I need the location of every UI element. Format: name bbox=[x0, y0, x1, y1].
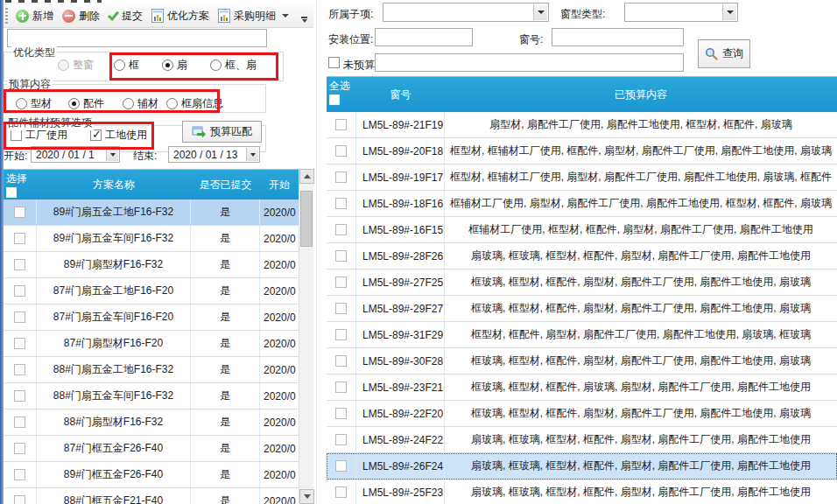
toolbar-overflow-button[interactable] bbox=[299, 11, 310, 28]
row-select-cell[interactable] bbox=[327, 348, 356, 374]
row-checkbox[interactable] bbox=[335, 434, 347, 445]
install-position-input[interactable] bbox=[375, 28, 473, 46]
radio-icon[interactable] bbox=[162, 60, 173, 71]
scheme-row[interactable]: 87#门扇五金车间F16-F20 是 2020/0 bbox=[4, 304, 299, 331]
row-select-cell[interactable] bbox=[4, 252, 37, 277]
budget-row[interactable]: LM5L-89#-26F24 扇玻璃, 框玻璃, 框型材, 框配件, 扇型材, … bbox=[327, 453, 837, 480]
row-checkbox[interactable] bbox=[14, 285, 25, 297]
scheme-row[interactable]: 89#门扇五金车间F16-F32 是 2020/0 bbox=[4, 226, 299, 252]
window-type-combobox[interactable] bbox=[624, 3, 738, 22]
row-checkbox[interactable] bbox=[335, 119, 347, 130]
row-select-cell[interactable] bbox=[4, 226, 37, 251]
combo-dropdown-button[interactable] bbox=[533, 4, 547, 20]
scheme-row[interactable]: 88#门扇五金工地F16-F32 是 2020/0 bbox=[4, 357, 299, 383]
scroll-down-button[interactable] bbox=[299, 489, 314, 504]
radio-icon[interactable] bbox=[166, 98, 178, 109]
row-checkbox[interactable] bbox=[335, 408, 347, 419]
radio-icon[interactable] bbox=[68, 98, 80, 109]
budget-content-radio[interactable]: 型材 bbox=[16, 97, 52, 110]
checkbox-icon[interactable] bbox=[90, 130, 102, 141]
row-select-cell[interactable] bbox=[327, 217, 356, 242]
row-select-cell[interactable] bbox=[327, 270, 356, 295]
scheme-row[interactable]: 88#门扇五金车间F16-F32 是 2020/0 bbox=[4, 383, 299, 410]
budget-row[interactable]: LM5L-89#-30F28 框玻璃, 框型材, 框配件, 扇型材, 扇配件工厂… bbox=[327, 348, 837, 374]
usage-checkbox[interactable]: 工厂使用 bbox=[11, 129, 67, 142]
chevron-down-icon[interactable] bbox=[282, 14, 289, 18]
budget-row[interactable]: LM5L-89#-18F16 框辅材工厂使用, 扇型材, 扇配件工厂使用, 扇配… bbox=[327, 191, 837, 217]
date-dropdown-button[interactable] bbox=[246, 148, 258, 161]
query-button[interactable]: 查询 bbox=[698, 39, 750, 68]
scheme-row[interactable]: 89#门框五金F26-F40 是 2020/0 bbox=[4, 462, 299, 488]
column-header-name[interactable]: 方案名称 bbox=[37, 170, 191, 200]
row-checkbox[interactable] bbox=[335, 355, 347, 367]
scheme-row[interactable]: 88#门扇型材F16-F32 是 2020/0 bbox=[4, 410, 299, 436]
row-checkbox[interactable] bbox=[14, 312, 25, 323]
optimize-type-radio[interactable]: 框 bbox=[114, 59, 139, 72]
row-select-cell[interactable] bbox=[327, 480, 356, 504]
radio-icon[interactable] bbox=[114, 60, 125, 71]
budget-row[interactable]: LM5L-89#-24F22 扇玻璃, 框玻璃, 框型材, 框配件, 扇型材, … bbox=[327, 427, 837, 453]
row-checkbox[interactable] bbox=[14, 259, 25, 270]
row-checkbox[interactable] bbox=[335, 460, 347, 472]
radio-icon[interactable] bbox=[123, 98, 134, 109]
column-header-select[interactable]: 选择 bbox=[4, 170, 37, 200]
budget-content-radio[interactable]: 配件 bbox=[68, 97, 104, 110]
row-checkbox[interactable] bbox=[14, 469, 25, 480]
scroll-up-button[interactable] bbox=[299, 169, 314, 184]
row-select-cell[interactable] bbox=[327, 427, 356, 452]
row-select-cell[interactable] bbox=[327, 401, 356, 426]
row-checkbox[interactable] bbox=[335, 198, 347, 209]
row-select-cell[interactable] bbox=[327, 296, 356, 321]
row-checkbox[interactable] bbox=[335, 303, 347, 314]
usage-checkbox[interactable]: 工地使用 bbox=[90, 129, 147, 142]
row-select-cell[interactable] bbox=[327, 453, 356, 479]
submit-button[interactable]: 提交 bbox=[104, 6, 147, 26]
budget-row[interactable]: LM5L-89#-16F15 框辅材工厂使用, 框型材, 框配件, 扇型材, 扇… bbox=[327, 217, 837, 243]
row-checkbox[interactable] bbox=[335, 486, 347, 498]
scheme-row[interactable]: 87#门扇型材F16-F20 是 2020/0 bbox=[4, 331, 299, 357]
end-date-picker[interactable]: 2020 / 01 / 13 bbox=[168, 146, 260, 163]
optimize-type-radio[interactable]: 框、扇 bbox=[210, 59, 257, 72]
row-checkbox[interactable] bbox=[14, 416, 25, 428]
row-select-cell[interactable] bbox=[327, 322, 356, 347]
budget-row[interactable]: LM5L-89#-27F25 框玻璃, 框型材, 框配件, 扇型材, 扇配件工厂… bbox=[327, 270, 837, 296]
row-select-cell[interactable] bbox=[4, 462, 37, 487]
optimize-type-radio[interactable]: 扇 bbox=[162, 59, 187, 72]
column-header-select-all[interactable]: 全选 bbox=[327, 77, 356, 112]
budget-row[interactable]: LM5L-89#-19F17 框型材, 框辅材工厂使用, 扇型材, 扇配件工厂使… bbox=[327, 164, 837, 191]
row-select-cell[interactable] bbox=[4, 436, 37, 461]
budget-row[interactable]: LM5L-89#-31F29 框型材, 框配件, 扇型材, 扇配件工厂使用, 扇… bbox=[327, 322, 837, 348]
delete-button[interactable]: 删除 bbox=[58, 6, 104, 26]
start-date-picker[interactable]: 2020 / 01 / 1 bbox=[31, 146, 120, 163]
row-select-cell[interactable] bbox=[4, 488, 37, 504]
row-checkbox[interactable] bbox=[14, 206, 25, 218]
purchase-detail-button[interactable]: 采购明细 bbox=[214, 6, 293, 26]
budget-row[interactable]: LM5L-89#-22F20 框玻璃, 框型材, 框配件, 扇型材, 扇配件工厂… bbox=[327, 401, 837, 427]
row-checkbox[interactable] bbox=[14, 233, 25, 244]
row-select-cell[interactable] bbox=[4, 304, 37, 330]
budget-content-radio[interactable]: 辅材 bbox=[123, 97, 158, 110]
budget-content-radio[interactable]: 框扇信息 bbox=[166, 97, 223, 110]
scheme-row[interactable]: 88#门框五金F21-F40 是 2020/0 bbox=[4, 488, 299, 504]
unbudgeted-checkbox[interactable] bbox=[328, 57, 340, 68]
window-no-input[interactable] bbox=[552, 28, 684, 46]
row-select-cell[interactable] bbox=[327, 112, 356, 137]
scheme-row[interactable]: 87#门框五金F26-F40 是 2020/0 bbox=[4, 436, 299, 462]
row-checkbox[interactable] bbox=[335, 250, 347, 262]
radio-icon[interactable] bbox=[210, 60, 222, 71]
row-checkbox[interactable] bbox=[335, 276, 347, 288]
row-checkbox[interactable] bbox=[335, 329, 347, 340]
column-header-submitted[interactable]: 是否已提交 bbox=[191, 170, 260, 200]
budget-row[interactable]: LM5L-89#-21F19 扇型材, 扇配件工厂使用, 扇配件工地使用, 框型… bbox=[327, 112, 837, 138]
row-select-cell[interactable] bbox=[327, 164, 356, 190]
row-checkbox[interactable] bbox=[335, 172, 347, 183]
combo-dropdown-button[interactable] bbox=[722, 4, 736, 20]
row-select-cell[interactable] bbox=[4, 357, 37, 382]
row-select-cell[interactable] bbox=[4, 383, 37, 409]
row-checkbox[interactable] bbox=[14, 390, 25, 402]
column-header-content[interactable]: 已预算内容 bbox=[445, 77, 837, 112]
row-select-cell[interactable] bbox=[327, 374, 356, 400]
row-select-cell[interactable] bbox=[4, 331, 37, 356]
row-select-cell[interactable] bbox=[4, 200, 37, 225]
budget-row[interactable]: LM5L-89#-25F23 扇玻璃, 框玻璃, 框型材, 框配件, 扇型材, … bbox=[327, 480, 837, 504]
